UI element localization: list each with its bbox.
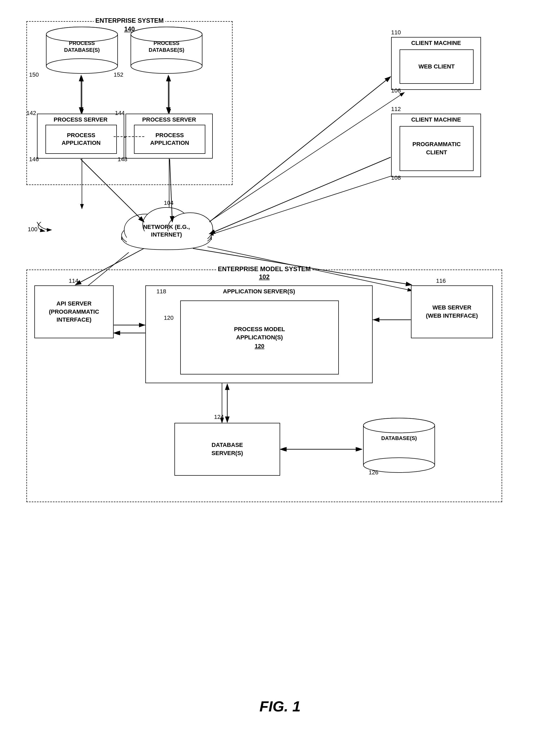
app-server-inner: PROCESS MODEL APPLICATION(S) 120: [180, 300, 339, 374]
database-ref: 126: [369, 469, 378, 476]
enterprise-model-title: ENTERPRISE MODEL SYSTEM: [216, 265, 312, 273]
ref-100: 100: [28, 226, 38, 233]
network-cloud: NETWORK (E.G., INTERNET): [114, 201, 219, 254]
fig-label: FIG. 1: [260, 698, 301, 715]
client-machine-web-ref-inner: 106: [391, 87, 401, 94]
app-server-inner-label: PROCESS MODEL APPLICATION(S): [234, 325, 285, 342]
svg-line-56: [209, 77, 391, 222]
process-db-1-ref: 150: [29, 71, 39, 78]
process-db-1-label: PROCESS DATABASE(S): [45, 40, 119, 53]
app-server-inner-side-ref: 120: [164, 314, 174, 321]
client-machine-web-inner-label: WEB CLIENT: [419, 63, 455, 70]
process-server-2-inner: PROCESS APPLICATION: [134, 125, 205, 154]
app-server-ref: 118: [156, 288, 166, 295]
app-server-title: APPLICATION SERVER(S): [146, 288, 372, 295]
client-machine-prog-ref-inner: 108: [391, 174, 401, 181]
web-server-box: WEB SERVER (WEB INTERFACE): [411, 285, 493, 338]
client-machine-web-outer: CLIENT MACHINE WEB CLIENT: [391, 37, 481, 90]
api-server-box: API SERVER (PROGRAMMATIC INTERFACE): [34, 285, 114, 338]
process-server-1-outer: PROCESS SERVER PROCESS APPLICATION: [37, 114, 124, 159]
diagram: ENTERPRISE SYSTEM 140 PROCESS DATABASE(S…: [0, 0, 560, 736]
app-server-outer: APPLICATION SERVER(S) 118 PROCESS MODEL …: [145, 285, 373, 383]
process-server-2-outer: PROCESS SERVER PROCESS APPLICATION: [126, 114, 213, 159]
svg-line-11: [209, 172, 404, 235]
api-server-label: API SERVER (PROGRAMMATIC INTERFACE): [49, 300, 99, 324]
network-ref: 104: [164, 200, 174, 206]
process-server-1-inner-label: PROCESS APPLICATION: [62, 132, 100, 147]
svg-point-27: [131, 59, 202, 73]
process-server-1-title: PROCESS SERVER: [38, 116, 124, 123]
enterprise-model-ref: 102: [259, 273, 270, 281]
svg-line-57: [209, 157, 391, 234]
svg-point-41: [363, 418, 435, 433]
web-server-label: WEB SERVER (WEB INTERFACE): [426, 304, 478, 320]
process-server-2-ref-inner: 148: [118, 156, 127, 163]
process-server-1-ref-outer: 142: [26, 110, 36, 117]
process-db-1: PROCESS DATABASE(S): [45, 26, 119, 74]
client-machine-web-ref-outer: 110: [391, 29, 401, 36]
client-machine-prog-inner-label: PROGRAMMATIC CLIENT: [413, 140, 461, 157]
process-server-2-inner-label: PROCESS APPLICATION: [150, 132, 189, 147]
client-machine-prog-ref-outer: 112: [391, 106, 401, 113]
db-server-label: DATABASE SERVER(S): [211, 441, 243, 457]
web-server-ref: 116: [436, 277, 446, 284]
database-label: DATABASE(S): [362, 435, 436, 442]
process-server-1-ref-inner: 146: [29, 156, 39, 163]
svg-line-10: [209, 92, 404, 222]
process-server-1-inner: PROCESS APPLICATION: [45, 125, 117, 154]
client-machine-prog-inner: PROGRAMMATIC CLIENT: [400, 126, 474, 171]
process-db-2-label: PROCESS DATABASE(S): [129, 40, 203, 53]
svg-point-21: [46, 59, 118, 73]
process-db-2-ref: 152: [114, 71, 123, 78]
db-server-box: DATABASE SERVER(S): [174, 423, 280, 476]
client-machine-web-inner: WEB CLIENT: [400, 49, 474, 84]
client-machine-web-title: CLIENT MACHINE: [392, 40, 480, 47]
db-server-ref: 124: [214, 414, 224, 420]
process-db-2: PROCESS DATABASE(S): [129, 26, 203, 74]
api-server-ref: 114: [69, 277, 78, 284]
app-server-inner-ref: 120: [234, 343, 285, 350]
client-machine-prog-outer: CLIENT MACHINE PROGRAMMATIC CLIENT: [391, 114, 481, 177]
network-label: NETWORK (E.G., INTERNET): [114, 223, 219, 238]
process-server-2-ref-outer: 144: [115, 110, 125, 117]
database-cylinder: DATABASE(S): [362, 418, 436, 473]
process-server-2-title: PROCESS SERVER: [126, 116, 212, 123]
enterprise-system-title: ENTERPRISE SYSTEM: [94, 17, 165, 24]
client-machine-prog-title: CLIENT MACHINE: [392, 116, 480, 123]
